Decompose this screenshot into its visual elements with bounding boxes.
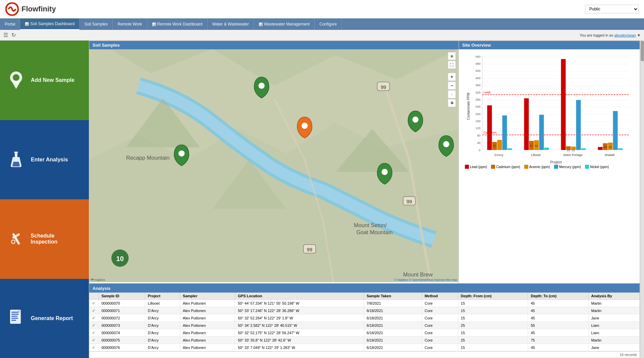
compass-button[interactable]: ⊕ [448, 52, 456, 60]
nav-portal[interactable]: Portal [0, 18, 20, 30]
svg-text:480: 480 [475, 62, 480, 65]
mapbox-link[interactable]: © Mapbox [394, 278, 408, 282]
scroll-thumb[interactable] [641, 41, 644, 61]
table-row[interactable]: ✓ 000000073 D'Arcy Alex Puttonen 50° 34'… [89, 322, 640, 329]
cell-check: ✓ [89, 344, 99, 351]
enter-analysis-label: Enter Analysis [31, 157, 68, 163]
col-to[interactable]: Depth: To (cm) [528, 293, 588, 300]
svg-point-31 [178, 150, 184, 156]
chart-header: Site Overview [459, 41, 640, 49]
zoom-out-button[interactable]: − [448, 82, 456, 90]
legend-dot-mercury [554, 165, 558, 169]
svg-text:560: 560 [475, 55, 480, 58]
col-by[interactable]: Analysis By [588, 293, 639, 300]
cell-project: D'Arcy [145, 307, 180, 314]
mapbox-logo: 🗺 mapbox [91, 278, 105, 282]
cell-by: Jane [588, 314, 639, 322]
enter-analysis-button[interactable]: Enter Analysis [0, 120, 89, 200]
cell-project: D'Arcy [145, 337, 180, 344]
map-container[interactable]: Recapp Mountain Mount Seton/ Goat Mounta… [89, 49, 459, 282]
table-row[interactable]: ✓ 000000072 D'Arcy Alex Puttonen 50° 32'… [89, 314, 640, 322]
col-gps[interactable]: GPS Location [235, 293, 364, 300]
hamburger-icon[interactable]: ☰ [3, 32, 8, 38]
cell-check: ✓ [89, 300, 99, 307]
bar [487, 105, 492, 150]
svg-text:23: 23 [567, 149, 570, 152]
svg-point-30 [259, 83, 265, 89]
analysis-table-wrap[interactable]: Sample ID Project Sampler GPS Location S… [89, 293, 640, 351]
svg-text:80: 80 [477, 134, 480, 137]
nav-soil-samples[interactable]: Soil Samples [79, 18, 113, 30]
pin-icon [7, 71, 25, 90]
cell-method: Core [422, 300, 458, 307]
improve-link[interactable]: Improve this map [434, 278, 457, 282]
col-project[interactable]: Project [145, 293, 180, 300]
col-from[interactable]: Depth: From (cm) [458, 293, 528, 300]
table-row[interactable]: ✓ 000000070 Lillooet Alex Puttonen 50° 4… [89, 300, 640, 307]
col-taken[interactable]: Sample Taken [364, 293, 422, 300]
cell-id: 000000072 [99, 314, 145, 322]
cell-from: 15 [458, 329, 528, 337]
osm-link[interactable]: © OpenStreetMap [409, 278, 433, 282]
svg-text:48: 48 [609, 146, 612, 149]
username-link[interactable]: alexdev/sean [614, 33, 636, 37]
nav-remote-work-dashboard-label: Remote Work Dashboard [157, 22, 203, 27]
svg-text:40: 40 [477, 141, 480, 145]
nav-configure[interactable]: Configure [315, 18, 342, 30]
zoom-in-button[interactable]: + [448, 73, 456, 81]
table-row[interactable]: ✓ 000000074 D'Arcy Alex Puttonen 50° 32'… [89, 329, 640, 337]
svg-point-32 [382, 169, 388, 175]
generate-report-button[interactable]: Generate Report [0, 279, 89, 358]
nav-soil-samples-dashboard[interactable]: 📊 Soil Samples Dashboard [20, 18, 79, 30]
cell-method: Core [422, 307, 458, 314]
cell-gps: 50° 33' 17.246" N 122° 28' 36.286" W [235, 307, 364, 314]
nav-remote-work[interactable]: Remote Work [113, 18, 147, 30]
add-new-sample-button[interactable]: Add New Sample [0, 41, 89, 120]
header-right: Public [585, 5, 639, 13]
table-row[interactable]: ✓ 000000071 D'Arcy Alex Puttonen 50° 33'… [89, 307, 640, 314]
login-text: You are logged in as [580, 33, 613, 37]
svg-text:21: 21 [572, 149, 575, 152]
cell-by: Jane [588, 344, 639, 351]
table-row[interactable]: ✓ 000000076 D'Arcy Alex Puttonen 50° 33'… [89, 344, 640, 351]
cell-by: Martin [588, 337, 639, 344]
right-scrollbar[interactable] [640, 41, 644, 358]
svg-text:Lillooet: Lillooet [531, 153, 541, 157]
refresh-icon[interactable]: ↻ [11, 32, 16, 38]
north-button[interactable]: ↑ [448, 90, 456, 98]
legend-nickel: Nickel (ppm) [585, 165, 609, 169]
nav-water-wastewater-label: Water & Wastewater [212, 22, 249, 27]
legend-label-cadmium: Cadmium (ppm) [496, 165, 520, 169]
col-method[interactable]: Method [422, 293, 458, 300]
lead-line-label: Lead [484, 91, 490, 94]
dropdown-arrow[interactable]: ▼ [637, 33, 641, 37]
col-sampler[interactable]: Sampler [180, 293, 235, 300]
svg-text:Contaminate PPM: Contaminate PPM [467, 93, 470, 120]
nav-wastewater-management[interactable]: 📊 Wastewater Management [254, 18, 315, 30]
col-sample-id[interactable]: Sample ID [99, 293, 145, 300]
table-row[interactable]: ✓ 000000075 D'Arcy Alex Puttonen 50° 33'… [89, 337, 640, 344]
schedule-inspection-button[interactable]: Schedule Inspection [0, 199, 89, 279]
svg-text:Seton Portage: Seton Portage [563, 153, 583, 157]
bar-chart: 0 40 80 120 160 200 [462, 53, 636, 167]
fullscreen-button[interactable]: ⛶ [448, 61, 456, 69]
chart-title: Site Overview [462, 43, 491, 48]
nav-water-wastewater[interactable]: Water & Wastewater [208, 18, 254, 30]
toolbar-left: ☰ ↻ [3, 32, 16, 38]
legend-dot-lead [465, 165, 469, 169]
nav-remote-work-dashboard[interactable]: 📊 Remote Work Dashboard [147, 18, 208, 30]
svg-text:280: 280 [475, 98, 480, 101]
legend-label-lead: Lead (ppm) [470, 165, 487, 169]
layers-button[interactable]: ⧉ [448, 99, 456, 107]
cell-method: Core [422, 329, 458, 337]
cell-sampler: Alex Puttonen [180, 300, 235, 307]
svg-point-9 [12, 241, 14, 243]
cell-taken: 6/18/2021 [364, 337, 422, 344]
bar [598, 147, 603, 150]
cell-taken: 6/18/2021 [364, 344, 422, 351]
public-dropdown[interactable]: Public [585, 5, 639, 13]
cell-check: ✓ [89, 337, 99, 344]
svg-text:99: 99 [307, 247, 312, 252]
svg-text:99: 99 [407, 199, 412, 204]
doc-icon [7, 309, 25, 328]
